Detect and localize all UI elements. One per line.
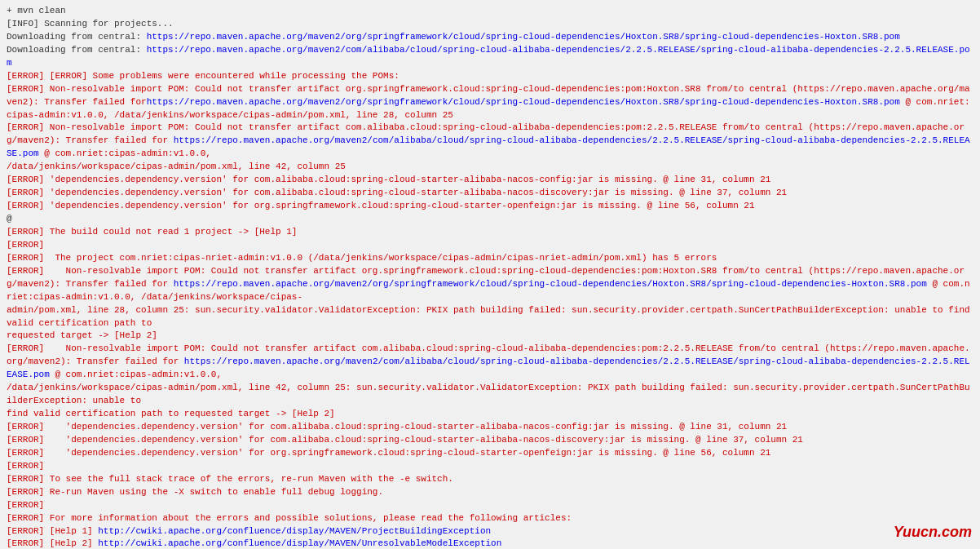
console-line: [ERROR] Non-resolvable import POM: Could… [7,265,973,343]
console-line: + mvn clean [7,5,973,18]
console-line: [ERROR] 'dependencies.dependency.version… [7,447,973,460]
console-line: [ERROR] [7,239,973,252]
console-line: [ERROR] The project com.nriet:cipas-nrie… [7,252,973,265]
console-line: [ERROR] 'dependencies.dependency.version… [7,187,973,200]
console-output: + mvn clean[INFO] Scanning for projects.… [0,0,980,549]
console-line: [ERROR] Non-resolvable import POM: Could… [7,83,973,122]
console-line: [ERROR] [Help 1] http://cwiki.apache.org… [7,525,973,538]
console-line: [ERROR] 'dependencies.dependency.version… [7,174,973,187]
console-link[interactable]: http://cwiki.apache.org/confluence/displ… [98,538,501,548]
console-line: Downloading from central: https://repo.m… [7,44,973,70]
console-line: [INFO] Scanning for projects... [7,18,973,31]
console-line: @ [7,213,973,226]
console-line: [ERROR] [Help 2] http://cwiki.apache.org… [7,538,973,549]
console-line: [ERROR] [ERROR] Some problems were encou… [7,70,973,83]
console-link[interactable]: https://repo.maven.apache.org/maven2/org… [174,279,927,289]
console-line: [ERROR] For more information about the e… [7,512,973,525]
console-line: Downloading from central: https://repo.m… [7,31,973,44]
console-line: [ERROR] To see the full stack trace of t… [7,473,973,486]
console-line: [ERROR] The build could not read 1 proje… [7,226,973,239]
console-line: [ERROR] Non-resolvable import POM: Could… [7,122,973,174]
console-line: [ERROR] 'dependencies.dependency.version… [7,200,973,213]
console-line: [ERROR] 'dependencies.dependency.version… [7,434,973,447]
console-link[interactable]: https://repo.maven.apache.org/maven2/com… [7,356,970,379]
console-line: [ERROR] Non-resolvable import POM: Could… [7,343,973,421]
console-line: [ERROR] [7,499,973,512]
console-line: [ERROR] Re-run Maven using the -X switch… [7,486,973,499]
console-link[interactable]: https://repo.maven.apache.org/maven2/com… [7,135,970,158]
console-link[interactable]: https://repo.maven.apache.org/maven2/org… [147,32,900,42]
console-line: [ERROR] [7,460,973,473]
console-link[interactable]: http://cwiki.apache.org/confluence/displ… [98,526,491,536]
console-line: [ERROR] 'dependencies.dependency.version… [7,421,973,434]
watermark: Yuucn.com [894,524,972,541]
console-link[interactable]: https://repo.maven.apache.org/maven2/com… [7,45,970,68]
console-link[interactable]: https://repo.maven.apache.org/maven2/org… [147,97,900,107]
